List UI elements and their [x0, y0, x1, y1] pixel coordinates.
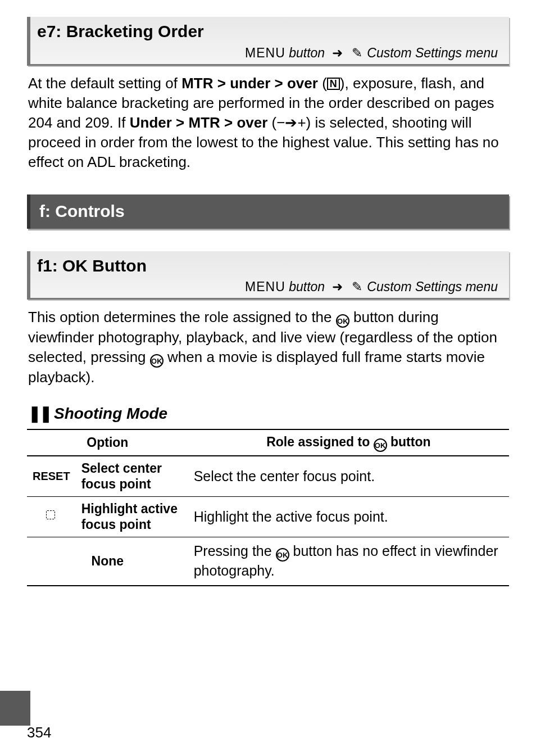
- col-option: Option: [27, 429, 188, 456]
- arrow-icon: ➜: [332, 44, 343, 62]
- option-icon-reset: RESET: [27, 456, 76, 497]
- section-e7-menu-line: MENU button ➜ ✎ Custom Settings menu: [37, 43, 502, 63]
- page-tab: [0, 691, 30, 726]
- text: This option determines the role assigned…: [28, 309, 336, 325]
- group-f-controls: f: Controls: [27, 194, 509, 229]
- arrow-icon: ➜: [332, 278, 343, 296]
- pencil-icon: ✎: [352, 278, 362, 296]
- page-number: 354: [27, 723, 51, 743]
- option-role: Select the center focus point.: [188, 456, 509, 497]
- table-row: None Pressing the OK button has no effec…: [27, 537, 509, 586]
- section-f1-header: f1: OK Button MENU button ➜ ✎ Custom Set…: [27, 251, 509, 300]
- heading-bars-icon: ❚❚: [28, 405, 51, 422]
- section-e7-title: e7: Bracketing Order: [37, 20, 502, 43]
- shooting-mode-heading: ❚❚Shooting Mode: [28, 403, 508, 424]
- heading-text: Shooting Mode: [54, 405, 167, 422]
- menu-label: MENU: [245, 279, 285, 294]
- text: Role assigned to: [266, 434, 373, 449]
- section-e7-header: e7: Bracketing Order MENU button ➜ ✎ Cus…: [27, 17, 509, 66]
- order-glyph: −➔+: [276, 114, 306, 131]
- menu-button-word: button: [289, 279, 325, 294]
- menu-button-word: button: [289, 46, 325, 60]
- section-f1-title: f1: OK Button: [37, 255, 502, 278]
- f1-body: This option determines the role assigned…: [28, 307, 508, 387]
- option-under-mtr-over: Under > MTR > over: [130, 114, 268, 131]
- option-role: Highlight the active focus point.: [188, 497, 509, 537]
- menu-label: MENU: [245, 46, 285, 60]
- ok-button-icon: OK: [336, 314, 349, 328]
- boxed-n-icon: N: [327, 78, 340, 90]
- section-f1-menu-line: MENU button ➜ ✎ Custom Settings menu: [37, 277, 502, 297]
- option-mtr-under-over: MTR > under > over: [181, 75, 318, 92]
- text: At the default setting of: [28, 75, 181, 92]
- option-name: Highlight active focus point: [76, 497, 188, 537]
- e7-body: At the default setting of MTR > under > …: [28, 74, 508, 172]
- focus-highlight-icon: [43, 509, 60, 521]
- option-icon-highlight: [27, 497, 76, 537]
- ok-button-icon: OK: [150, 354, 163, 368]
- option-name: Select center focus point: [76, 456, 188, 497]
- table-row: Highlight active focus point Highlight t…: [27, 497, 509, 537]
- table-row: RESET Select center focus point Select t…: [27, 456, 509, 497]
- menu-dest: Custom Settings menu: [367, 46, 498, 60]
- pencil-icon: ✎: [352, 44, 362, 62]
- option-role: Pressing the OK button has no effect in …: [188, 537, 509, 586]
- text: Pressing the: [194, 543, 276, 559]
- ok-button-icon: OK: [276, 548, 289, 562]
- option-name: None: [27, 537, 188, 586]
- menu-dest: Custom Settings menu: [367, 279, 498, 294]
- col-role: Role assigned to OK button: [188, 429, 509, 456]
- ok-button-icon: OK: [374, 438, 387, 452]
- shooting-mode-table: Option Role assigned to OK button RESET …: [27, 429, 509, 586]
- text: button: [387, 434, 431, 449]
